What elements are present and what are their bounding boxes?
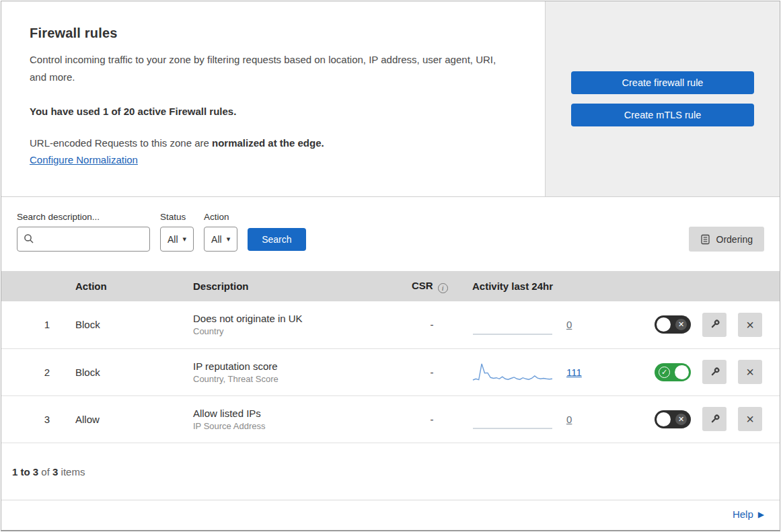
- close-icon: ×: [746, 412, 754, 426]
- search-box: [17, 227, 150, 252]
- rule-description-cell: Allow listed IPs IP Source Address: [173, 395, 392, 443]
- table-header-row: Action Description CSRi Activity last 24…: [1, 271, 780, 301]
- rule-activity-cell: 0: [452, 301, 620, 348]
- filter-bar: Search description... Status All ▾ Actio…: [1, 197, 780, 271]
- status-filter-value: All: [168, 234, 178, 245]
- rule-csr-value: -: [392, 395, 452, 443]
- info-icon[interactable]: i: [438, 283, 448, 293]
- activity-sparkline: [472, 360, 553, 383]
- wrench-icon: [709, 367, 720, 378]
- actions-panel: Create firewall rule Create mTLS rule: [545, 1, 780, 196]
- summary-of: of: [38, 466, 52, 478]
- delete-rule-button[interactable]: ×: [738, 313, 762, 337]
- status-filter-select[interactable]: All ▾: [160, 227, 194, 252]
- toggle-knob: [657, 317, 671, 332]
- table-row: 1 Block Does not originate in UK Country…: [1, 301, 780, 348]
- description-column-header: Description: [173, 271, 392, 301]
- rule-description: Allow listed IPs: [193, 408, 392, 419]
- search-icon: [24, 233, 34, 244]
- rule-description: Does not originate in UK: [193, 313, 392, 324]
- help-link[interactable]: Help▶: [733, 508, 764, 520]
- normalization-bold: normalized at the edge.: [212, 137, 324, 149]
- edit-rule-button[interactable]: [702, 313, 727, 337]
- rule-description: IP reputation score: [193, 360, 392, 372]
- rule-activity-cell: 111: [452, 348, 620, 395]
- create-firewall-rule-button[interactable]: Create firewall rule: [571, 71, 754, 94]
- x-icon: ✕: [675, 414, 687, 425]
- action-filter-select[interactable]: All ▾: [204, 227, 237, 252]
- rule-priority: 3: [1, 395, 55, 443]
- rule-priority: 1: [1, 301, 55, 348]
- activity-column-header: Activity last 24hr: [452, 271, 620, 301]
- action-filter-group: Action All ▾: [204, 212, 237, 252]
- create-mtls-rule-button[interactable]: Create mTLS rule: [571, 104, 754, 126]
- edit-rule-button[interactable]: [702, 407, 727, 431]
- edit-rule-button[interactable]: [702, 360, 727, 384]
- toggle-knob: [675, 365, 689, 379]
- ordering-wrap: Ordering: [689, 227, 764, 252]
- overview-description: Control incoming traffic to your zone by…: [30, 51, 514, 85]
- search-input[interactable]: [17, 227, 150, 252]
- search-button[interactable]: Search: [248, 228, 305, 251]
- controls-column-header: [620, 271, 780, 301]
- firewall-rules-page: Firewall rules Control incoming traffic …: [1, 1, 780, 531]
- activity-count-link[interactable]: 0: [566, 414, 584, 425]
- rule-enabled-toggle[interactable]: ✓ ✕: [655, 315, 691, 334]
- configure-normalization-link[interactable]: Configure Normalization: [30, 154, 138, 165]
- table-row: 3 Allow Allow listed IPs IP Source Addre…: [1, 395, 780, 443]
- chevron-down-icon: ▾: [227, 235, 231, 243]
- priority-column-header: [1, 271, 55, 301]
- help-bar: Help▶: [1, 500, 780, 530]
- rule-controls-cell: ✓ ✕ ×: [620, 348, 780, 395]
- wrench-icon: [709, 319, 720, 330]
- firewall-rules-table: Action Description CSRi Activity last 24…: [1, 271, 780, 443]
- rule-criteria: Country, Threat Score: [193, 374, 392, 384]
- delete-rule-button[interactable]: ×: [738, 407, 762, 431]
- rule-activity-cell: 0: [452, 395, 620, 443]
- rule-enabled-toggle[interactable]: ✓ ✕: [655, 363, 691, 381]
- action-column-header: Action: [55, 271, 173, 301]
- rule-csr-value: -: [392, 348, 452, 395]
- search-label: Search description...: [17, 212, 150, 222]
- rule-csr-value: -: [392, 301, 452, 348]
- activity-count-link[interactable]: 111: [566, 367, 584, 378]
- status-filter-group: Status All ▾: [160, 212, 194, 252]
- pagination-summary: 1 to 3 of 3 items: [1, 443, 780, 500]
- ordering-button-label: Ordering: [716, 234, 753, 245]
- toggle-knob: [657, 412, 671, 426]
- rule-action: Block: [55, 301, 173, 348]
- close-icon: ×: [746, 318, 754, 332]
- rule-priority: 2: [1, 348, 55, 395]
- search-filter-group: Search description...: [17, 212, 150, 252]
- ordering-button[interactable]: Ordering: [689, 227, 764, 252]
- page-title: Firewall rules: [30, 26, 514, 41]
- rule-enabled-toggle[interactable]: ✓ ✕: [655, 410, 691, 428]
- normalization-prefix: URL-encoded Requests to this zone are: [30, 137, 212, 149]
- rule-criteria: Country: [193, 326, 392, 336]
- x-icon: ✕: [675, 319, 687, 330]
- rule-criteria: IP Source Address: [193, 421, 392, 431]
- rule-action: Block: [55, 348, 173, 395]
- chevron-down-icon: ▾: [183, 235, 187, 243]
- action-label: Action: [204, 212, 237, 222]
- normalization-note: URL-encoded Requests to this zone are no…: [30, 137, 514, 149]
- status-label: Status: [160, 212, 194, 222]
- delete-rule-button[interactable]: ×: [738, 360, 762, 384]
- list-ordering-icon: [700, 234, 710, 245]
- arrow-right-icon: ▶: [758, 510, 764, 519]
- summary-items: items: [58, 466, 85, 478]
- csr-column-header: CSRi: [392, 271, 452, 301]
- activity-sparkline: [472, 313, 553, 336]
- wrench-icon: [709, 414, 720, 425]
- close-icon: ×: [746, 365, 754, 379]
- activity-sparkline: [472, 408, 553, 430]
- activity-count-link[interactable]: 0: [566, 319, 584, 330]
- rule-description-cell: Does not originate in UK Country: [173, 301, 392, 348]
- summary-range: 1 to 3: [12, 466, 38, 478]
- check-icon: ✓: [659, 367, 670, 378]
- rule-action: Allow: [55, 395, 173, 443]
- usage-note: You have used 1 of 20 active Firewall ru…: [30, 106, 514, 117]
- overview-panel: Firewall rules Control incoming traffic …: [1, 1, 545, 196]
- help-label: Help: [733, 508, 753, 520]
- csr-header-label: CSR: [412, 280, 433, 291]
